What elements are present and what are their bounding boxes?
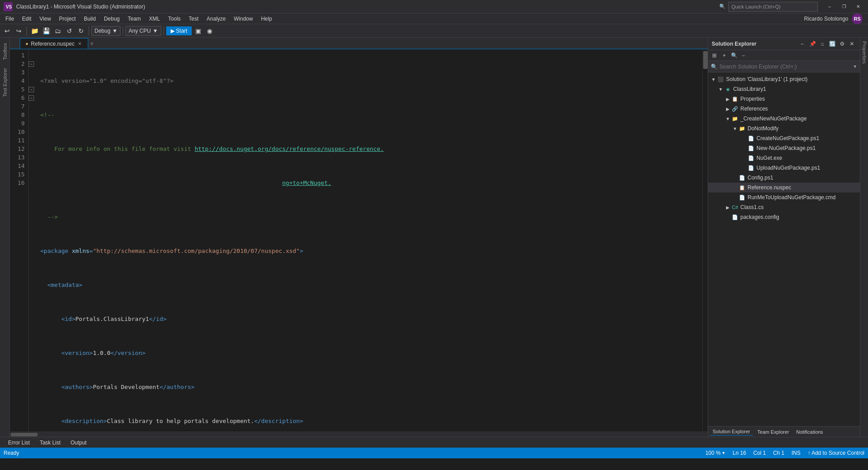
file-nuget-icon: 📄 [748, 154, 755, 162]
toolbar-extra1[interactable]: ▣ [193, 26, 203, 36]
se-addfiles-btn[interactable]: + [720, 51, 729, 60]
status-ln: Ln 16 [733, 450, 746, 456]
se-tab-team-explorer[interactable]: Team Explorer [755, 428, 792, 436]
menu-xml[interactable]: XML [146, 14, 164, 24]
search-dropdown-icon[interactable]: ▼ [853, 64, 857, 69]
window-controls: – ❐ ✕ [823, 2, 864, 12]
toolbar-back-btn[interactable]: ↩ [2, 26, 13, 36]
horizontal-scrollbar[interactable] [10, 432, 708, 437]
menu-build[interactable]: Build [80, 14, 99, 24]
status-ready: Ready [4, 450, 19, 456]
tree-file-upload[interactable]: ▶ 📄 UploadNuGetPackage.ps1 [708, 163, 860, 173]
code-line-3b: ng+to+McNuget. [40, 179, 702, 187]
code-line-8: <version>1.0.0</version> [40, 349, 702, 357]
se-showallfiles-btn[interactable]: ⊞ [710, 51, 719, 60]
title-bar-left: VS ClassLibrary1 - Microsoft Visual Stud… [4, 2, 145, 11]
code-editor[interactable]: <?xml version="1.0" encoding="utf-8"?> <… [35, 49, 702, 432]
fold-line5[interactable]: − [29, 87, 34, 92]
fold-line2[interactable]: − [29, 61, 34, 67]
menu-file[interactable]: File [2, 14, 17, 24]
menu-test[interactable]: Test [185, 14, 202, 24]
tree-properties[interactable]: ▶ 📋 Properties [708, 94, 860, 104]
test-explorer-tab[interactable]: Test Explorer [1, 64, 9, 100]
toolbar-fwd-btn[interactable]: ↪ [13, 26, 24, 36]
folder-dontmodify-label: DoNotModify [748, 125, 778, 132]
menu-team[interactable]: Team [124, 14, 144, 24]
menu-debug[interactable]: Debug [100, 14, 123, 24]
tree-file-create[interactable]: ▶ 📄 CreateNuGetPackage.ps1 [708, 133, 860, 143]
tab-close-button[interactable]: ✕ [77, 41, 82, 47]
restore-button[interactable]: ❐ [838, 2, 850, 12]
close-button[interactable]: ✕ [852, 2, 864, 12]
tree-project[interactable]: ▼ ◈ ClassLibrary1 [708, 84, 860, 94]
se-filter-btn[interactable]: 🔍 [730, 51, 739, 60]
tab-filename: Reference.nuspec [31, 41, 74, 47]
minimize-button[interactable]: – [823, 2, 836, 12]
tab-output[interactable]: Output [66, 438, 91, 448]
toolbar-extra2[interactable]: ◉ [204, 26, 215, 36]
menu-edit[interactable]: Edit [18, 14, 35, 24]
toolbox-tab[interactable]: Toolbox [1, 39, 9, 64]
debug-config-dropdown[interactable]: Debug ▼ [91, 26, 120, 36]
menu-window[interactable]: Window [230, 14, 257, 24]
se-search-input[interactable] [719, 64, 851, 70]
tree-file-config[interactable]: ▶ 📄 Config.ps1 [708, 173, 860, 183]
se-tab-notifications[interactable]: Notifications [794, 428, 826, 436]
se-settings-btn[interactable]: ⚙ [838, 39, 847, 48]
se-toolbar-icons: ← 📌 ⌂ 🔃 ⚙ ✕ [798, 39, 856, 48]
zoom-arrow-icon[interactable]: ▼ [722, 451, 726, 455]
menu-analyze[interactable]: Analyze [203, 14, 229, 24]
tab-task-list[interactable]: Task List [35, 438, 65, 448]
menu-tools[interactable]: Tools [164, 14, 184, 24]
se-back-btn[interactable]: ← [739, 51, 748, 60]
tree-solution[interactable]: ▼ ⬛ Solution 'ClassLibrary1' (1 project) [708, 74, 860, 84]
properties-tab[interactable]: Properties [860, 38, 868, 67]
toolbar-undo-btn[interactable]: ↺ [64, 26, 75, 36]
se-home-btn[interactable]: ⌂ [818, 39, 827, 48]
tab-error-list[interactable]: Error List [4, 438, 34, 448]
start-button[interactable]: ▶ Start [166, 26, 192, 35]
tab-reference-nuspec[interactable]: ● Reference.nuspec ✕ [20, 38, 88, 49]
toolbar-saveall-btn[interactable]: 🗂 [52, 26, 63, 36]
chevron-class1: ▶ [724, 204, 731, 211]
se-pin-btn[interactable]: 📌 [808, 39, 817, 48]
se-refresh-btn[interactable]: 🔃 [828, 39, 837, 48]
file-run-icon: 📄 [739, 194, 746, 201]
tree-dontmodify-folder[interactable]: ▼ 📁 DoNotModify [708, 124, 860, 133]
menu-help[interactable]: Help [258, 14, 276, 24]
toolbar-save-btn[interactable]: 💾 [41, 26, 52, 36]
editor-scrollbar[interactable] [702, 49, 708, 432]
menu-view[interactable]: View [36, 14, 55, 24]
quick-launch-label: Quick Launch (Ctrl+Q) [731, 4, 781, 9]
tree-file-run[interactable]: ▶ 📄 RunMeToUploadNuGetPackage.cmd [708, 192, 860, 202]
code-line-7: <id>Portals.ClassLibrary1</id> [40, 315, 702, 323]
se-search-box[interactable]: 🔍 ▼ [708, 61, 860, 73]
tree-file-packages[interactable]: ▶ 📄 packages.config [708, 212, 860, 222]
file-create-icon: 📄 [748, 135, 755, 142]
quick-launch-box[interactable]: Quick Launch (Ctrl+Q) [728, 2, 818, 12]
zoom-control[interactable]: 100 % ▼ [705, 450, 726, 456]
tree-file-new[interactable]: ▶ 📄 New-NuGetPackage.ps1 [708, 143, 860, 153]
tree-file-nuget[interactable]: ▶ 📄 NuGet.exe [708, 153, 860, 163]
fold-line6[interactable]: − [29, 95, 34, 101]
tree-file-class[interactable]: ▶ C# Class1.cs [708, 202, 860, 212]
tree-create-folder[interactable]: ▼ 📁 _CreateNewNuGetPackage [708, 114, 860, 124]
se-close-btn[interactable]: ✕ [847, 39, 856, 48]
editor-column: ● Reference.nuspec ✕ ▾ 1 2 3 4 5 6 7 8 9… [10, 38, 708, 437]
toolbar-redo-btn[interactable]: ↻ [76, 26, 86, 36]
toolbar-open-btn[interactable]: 📁 [29, 26, 40, 36]
toolbar-sep3 [123, 26, 123, 35]
se-header: Solution Explorer ← 📌 ⌂ 🔃 ⚙ ✕ [708, 38, 860, 50]
platform-dropdown[interactable]: Any CPU ▼ [125, 26, 161, 36]
file-config-label: Config.ps1 [748, 175, 773, 181]
file-nuspec-label: Reference.nuspec [748, 184, 791, 191]
window-title: ClassLibrary1 - Microsoft Visual Studio … [16, 4, 145, 10]
tree-file-nuspec[interactable]: ▶ 📋 Reference.nuspec [708, 183, 860, 192]
menu-project[interactable]: Project [56, 14, 79, 24]
code-line-10: <description>Class library to help porta… [40, 417, 702, 425]
se-collapse-btn[interactable]: ← [798, 39, 807, 48]
se-tab-solution-explorer[interactable]: Solution Explorer [710, 428, 753, 436]
status-source-control[interactable]: ↑ Add to Source Control [808, 450, 864, 456]
workspace: Toolbox Test Explorer ● Reference.nuspec… [0, 38, 868, 437]
tree-references[interactable]: ▶ 🔗 References [708, 104, 860, 114]
